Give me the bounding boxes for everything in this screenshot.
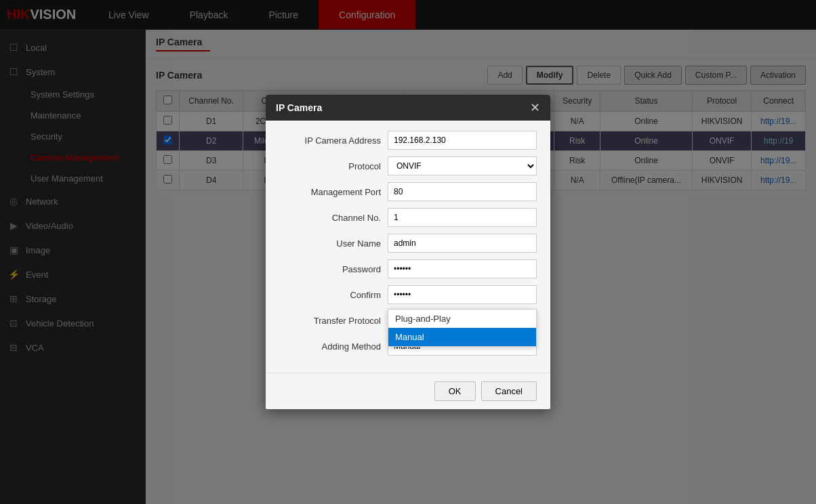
form-row-protocol: Protocol ONVIF HIKVISION Auto <box>279 156 537 175</box>
label-adding-method: Adding Method <box>279 341 388 352</box>
label-username: User Name <box>279 238 388 249</box>
form-row-mgmt-port: Management Port <box>279 182 537 201</box>
label-password: Password <box>279 264 388 274</box>
form-row-channel-no: Channel No. <box>279 208 537 227</box>
label-mgmt-port: Management Port <box>279 187 388 197</box>
modal-overlay: IP Camera ✕ IP Camera Address Protocol O… <box>0 0 816 504</box>
label-channel-no: Channel No. <box>279 213 388 223</box>
label-protocol: Protocol <box>279 161 388 171</box>
input-ip-address[interactable] <box>388 131 537 150</box>
label-ip-address: IP Camera Address <box>279 135 388 146</box>
label-confirm: Confirm <box>279 290 388 300</box>
cancel-button[interactable]: Cancel <box>481 381 537 401</box>
modal-footer: OK Cancel <box>266 373 550 409</box>
modal-title: IP Camera <box>276 102 322 113</box>
form-row-username: User Name <box>279 234 537 253</box>
input-confirm[interactable] <box>388 285 537 304</box>
form-row-password: Password <box>279 259 537 278</box>
form-row-confirm: Confirm <box>279 285 537 304</box>
input-password[interactable] <box>388 259 537 278</box>
modal-body: IP Camera Address Protocol ONVIF HIKVISI… <box>266 121 550 373</box>
select-protocol[interactable]: ONVIF HIKVISION Auto <box>388 156 537 175</box>
adding-method-dropdown: Plug-and-Play Manual <box>388 309 537 347</box>
modal-close-button[interactable]: ✕ <box>530 102 540 114</box>
ip-camera-modal: IP Camera ✕ IP Camera Address Protocol O… <box>266 95 550 409</box>
modal-header: IP Camera ✕ <box>266 95 550 121</box>
label-transfer-protocol: Transfer Protocol <box>279 316 388 326</box>
input-username[interactable] <box>388 234 537 253</box>
input-channel-no[interactable] <box>388 208 537 227</box>
ok-button[interactable]: OK <box>434 381 476 401</box>
dropdown-item-plug-and-play[interactable]: Plug-and-Play <box>388 310 536 328</box>
dropdown-item-manual[interactable]: Manual <box>388 328 536 346</box>
form-row-ip: IP Camera Address <box>279 131 537 150</box>
input-mgmt-port[interactable] <box>388 182 537 201</box>
